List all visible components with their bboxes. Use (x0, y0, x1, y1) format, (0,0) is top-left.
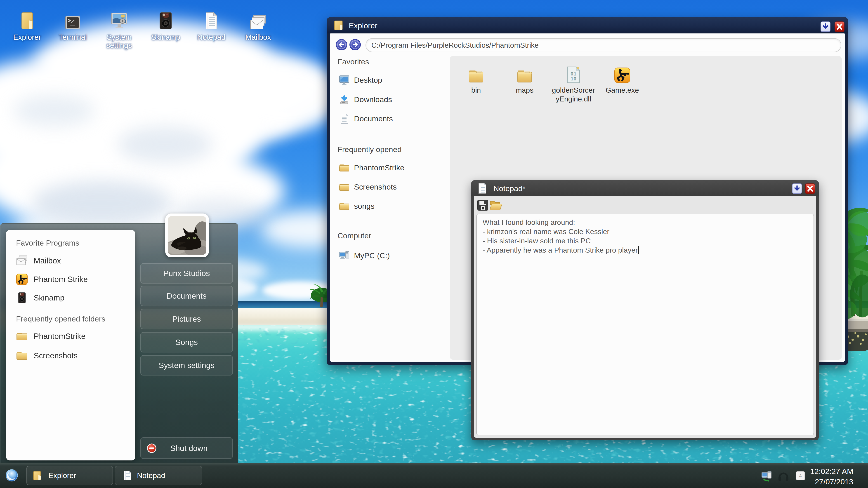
svg-text:A: A (799, 474, 802, 478)
svg-text:10: 10 (570, 76, 577, 82)
